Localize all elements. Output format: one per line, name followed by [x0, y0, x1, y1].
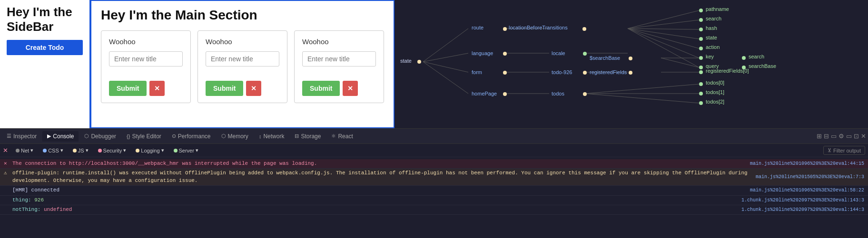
inspector-label: Inspector: [13, 133, 37, 140]
search-dot: [699, 18, 703, 22]
tab-memory[interactable]: ⬡ Memory: [217, 131, 253, 142]
tab-debugger[interactable]: ⬡ Debugger: [79, 131, 121, 142]
filter-output-box[interactable]: ⊻ Filter output: [823, 146, 865, 155]
console-output: ✕ The connection to http://localhost:300…: [0, 157, 868, 238]
key-label: key: [706, 54, 714, 59]
action-dot: [699, 47, 703, 50]
devtools-icon-1[interactable]: ⊞: [817, 133, 822, 140]
console-line-thing: thing: 926 1.chunk.js%20line%202097%20%3…: [0, 196, 868, 205]
inspector-icon: ☰: [7, 133, 11, 139]
tab-performance[interactable]: ⊙ Performance: [167, 131, 216, 142]
delete-button-1[interactable]: ✕: [149, 81, 165, 96]
state-dot: [417, 60, 421, 64]
delete-button-3[interactable]: ✕: [343, 81, 358, 96]
storage-label: Storage: [301, 133, 321, 140]
net-filter[interactable]: Net ▾: [12, 146, 37, 155]
sidebar: Hey I'm the SideBar Create Todo: [0, 0, 90, 128]
cards-row: Woohoo Submit ✕ Woohoo Submit ✕ Woohoo: [101, 30, 384, 103]
js-filter[interactable]: JS ▾: [69, 146, 92, 155]
locale-label: locale: [552, 50, 565, 56]
homepage-dot: [503, 92, 507, 96]
thing-key: thing:: [12, 197, 31, 203]
devtools-panel: ☰ Inspector ▶ Console ⬡ Debugger {} Styl…: [0, 128, 868, 238]
location-dot: [582, 27, 586, 31]
devtools-icon-2[interactable]: ⊟: [824, 133, 829, 140]
searchbase-label: $searchBase: [590, 55, 620, 61]
key-dot: [699, 56, 703, 60]
todo-input-3[interactable]: [302, 51, 376, 67]
hmr-link[interactable]: main.js%20line%201096%20%3E%20eval:58:22: [750, 188, 864, 193]
js-label: JS: [78, 148, 84, 153]
create-todo-button[interactable]: Create Todo: [7, 40, 83, 55]
server-filter[interactable]: Server ▾: [170, 146, 202, 155]
tab-react[interactable]: ⚛ React: [326, 131, 357, 142]
svg-line-13: [628, 29, 699, 58]
tab-storage[interactable]: ⊟ Storage: [290, 131, 326, 142]
homepage-label: homePage: [472, 91, 497, 96]
state-right-dot: [699, 37, 703, 41]
todos2-label: todos[2]: [706, 99, 724, 105]
regfields-label: registeredFields: [590, 69, 627, 75]
todo-input-2[interactable]: [206, 51, 279, 67]
notthing-msg: notThing: undefined: [12, 206, 738, 213]
warn-msg: offline-plugin: runtime.install() was ex…: [12, 170, 752, 184]
network-icon: ↕: [259, 133, 262, 139]
devtools-icon-4[interactable]: ⚙: [838, 133, 844, 140]
tab-network[interactable]: ↕ Network: [254, 131, 289, 142]
css-arrow: ▾: [60, 147, 63, 153]
memory-label: Memory: [228, 133, 248, 140]
react-icon: ⚛: [331, 133, 336, 139]
language-dot: [503, 52, 507, 56]
logging-filter[interactable]: Logging ▾: [132, 146, 168, 155]
submit-button-2[interactable]: Submit: [206, 81, 243, 96]
storage-icon: ⊟: [295, 133, 299, 139]
card-label-1: Woohoo: [109, 38, 183, 46]
console-line-hmr: [HMR] connected main.js%20line%201096%20…: [0, 186, 868, 195]
card-actions-3: Submit ✕: [302, 81, 376, 96]
submit-button-3[interactable]: Submit: [302, 81, 340, 96]
close-devtools-button[interactable]: ✕: [861, 133, 866, 140]
delete-button-2[interactable]: ✕: [246, 81, 261, 96]
css-filter[interactable]: CSS ▾: [39, 146, 67, 155]
tab-console[interactable]: ▶ Console: [42, 131, 79, 142]
tab-inspector[interactable]: ☰ Inspector: [2, 131, 41, 142]
svg-line-20: [585, 94, 699, 103]
console-toolbar: ✕ Net ▾ CSS ▾ JS ▾ Security ▾ Logging ▾: [0, 144, 868, 157]
form-dot: [503, 71, 507, 75]
css-dot: [43, 149, 47, 152]
error-link[interactable]: main.js%20line%201096%20%3E%20eval:44:15: [750, 161, 864, 166]
debugger-label: Debugger: [91, 133, 116, 140]
js-arrow: ▾: [86, 147, 89, 153]
regfields-dot: [629, 71, 632, 75]
search-label: search: [706, 16, 721, 21]
console-line-warn: ⚠ offline-plugin: runtime.install() was …: [0, 169, 868, 186]
react-tree: state route language form homePage locat…: [395, 0, 868, 128]
todo-card-3: Woohoo Submit ✕: [294, 30, 384, 103]
devtools-icon-5[interactable]: ▭: [846, 133, 852, 140]
net-arrow: ▾: [30, 147, 33, 153]
devtools-icon-3[interactable]: ▭: [831, 133, 837, 140]
warn-link[interactable]: main.js%20line%201505%20%3E%20eval:7:3: [756, 174, 864, 180]
svg-line-10: [628, 29, 699, 29]
devtools-icon-6[interactable]: ⊡: [854, 133, 859, 140]
todos2-dot: [699, 101, 703, 105]
warn-icon: ⚠: [4, 170, 9, 176]
react-tree-panel: state route language form homePage locat…: [395, 0, 868, 128]
server-dot: [174, 149, 178, 152]
tab-style-editor[interactable]: {} Style Editor: [122, 131, 166, 142]
svg-line-12: [628, 29, 699, 48]
security-filter[interactable]: Security ▾: [94, 146, 130, 155]
search-right-dot: [742, 56, 746, 60]
card-label-3: Woohoo: [302, 38, 376, 46]
state-right-label: state: [706, 35, 717, 40]
todo926-dot: [583, 71, 587, 75]
thing-link[interactable]: 1.chunk.js%20line%202097%20%3E%20eval:14…: [741, 198, 864, 203]
main-section-title: Hey I'm the Main Section: [101, 8, 384, 23]
hash-label: hash: [706, 25, 717, 31]
security-label: Security: [103, 148, 122, 153]
todo-input-1[interactable]: [109, 51, 183, 67]
submit-button-1[interactable]: Submit: [109, 81, 147, 96]
console-label: Console: [53, 133, 74, 140]
todos-label: todos: [552, 91, 564, 96]
notthing-link[interactable]: 1.chunk.js%20line%202097%20%3E%20eval:14…: [741, 207, 864, 212]
